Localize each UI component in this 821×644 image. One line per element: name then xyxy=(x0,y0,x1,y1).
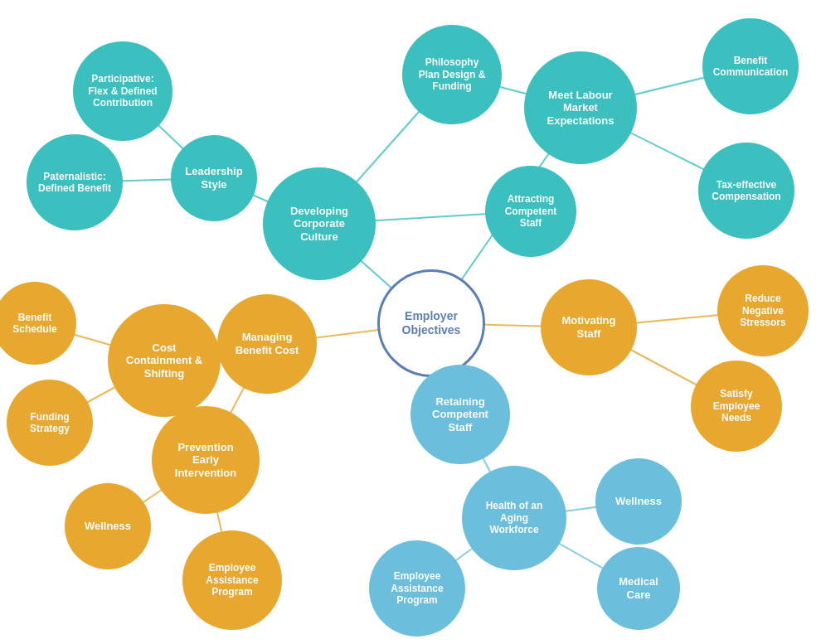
node-label-employer-objectives: Employer Objectives xyxy=(397,304,466,342)
node-employer-objectives: Employer Objectives xyxy=(377,269,485,377)
node-medical-care: Medical Care xyxy=(597,547,680,630)
node-employee-assistance-right: Employee Assistance Program xyxy=(369,540,465,637)
node-label-employee-assistance-right: Employee Assistance Program xyxy=(386,565,448,611)
mind-map-diagram: Employer ObjectivesDeveloping Corporate … xyxy=(0,0,821,644)
node-label-satisfy-employee: Satisfy Employee Needs xyxy=(708,383,765,429)
node-prevention-early: Prevention Early Intervention xyxy=(152,406,260,514)
node-wellness-left: Wellness xyxy=(65,483,151,569)
node-label-attracting-competent: Attracting Competent Staff xyxy=(500,188,562,234)
node-motivating-staff: Motivating Staff xyxy=(541,279,637,375)
node-health-aging: Health of an Aging Workforce xyxy=(462,466,566,570)
node-satisfy-employee: Satisfy Employee Needs xyxy=(691,361,782,452)
node-label-reduce-negative: Reduce Negative Stressors xyxy=(735,288,790,333)
node-label-motivating-staff: Motivating Staff xyxy=(557,309,621,345)
node-label-medical-care: Medical Care xyxy=(614,570,663,606)
node-label-benefit-schedule: Benefit Schedule xyxy=(7,307,61,341)
node-cost-containment: Cost Containment & Shifting xyxy=(108,304,221,417)
node-label-wellness-left: Wellness xyxy=(80,515,136,538)
node-meet-labour: Meet Labour Market Expectations xyxy=(524,51,637,164)
node-participative: Participative: Flex & Defined Contributi… xyxy=(73,41,172,141)
node-attracting-competent: Attracting Competent Staff xyxy=(485,166,576,257)
node-benefit-communication: Benefit Communication xyxy=(702,18,799,114)
node-reduce-negative: Reduce Negative Stressors xyxy=(717,265,809,356)
node-label-meet-labour: Meet Labour Market Expectations xyxy=(542,84,619,133)
node-leadership-style: Leadership Style xyxy=(171,135,257,221)
node-label-leadership-style: Leadership Style xyxy=(180,160,247,196)
node-funding-strategy: Funding Strategy xyxy=(7,380,93,466)
node-employee-assistance-left: Employee Assistance Program xyxy=(182,530,282,630)
node-label-funding-strategy: Funding Strategy xyxy=(25,406,75,440)
node-label-philosophy-plan: Philosophy Plan Design & Funding xyxy=(414,51,491,97)
node-label-wellness-right: Wellness xyxy=(610,490,667,513)
node-paternalistic: Paternalistic: Defined Benefit xyxy=(27,134,123,230)
node-label-cost-containment: Cost Containment & Shifting xyxy=(121,337,207,385)
node-philosophy-plan: Philosophy Plan Design & Funding xyxy=(402,25,502,124)
node-wellness-right: Wellness xyxy=(595,458,682,545)
node-retaining-competent: Retaining Competent Staff xyxy=(410,365,510,464)
node-label-tax-effective: Tax-effective Compensation xyxy=(707,174,785,208)
node-label-paternalistic: Paternalistic: Defined Benefit xyxy=(33,166,116,200)
node-label-health-aging: Health of an Aging Workforce xyxy=(481,495,548,540)
node-label-prevention-early: Prevention Early Intervention xyxy=(170,436,241,485)
node-managing-benefit-cost: Managing Benefit Cost xyxy=(217,294,317,394)
node-benefit-schedule: Benefit Schedule xyxy=(0,282,76,365)
node-label-developing-corporate-culture: Developing Corporate Culture xyxy=(285,200,353,249)
node-label-benefit-communication: Benefit Communication xyxy=(708,50,794,84)
node-label-managing-benefit-cost: Managing Benefit Cost xyxy=(231,326,304,361)
node-tax-effective: Tax-effective Compensation xyxy=(698,143,794,239)
node-label-participative: Participative: Flex & Defined Contributi… xyxy=(83,68,162,114)
node-label-employee-assistance-left: Employee Assistance Program xyxy=(201,557,263,603)
node-developing-corporate-culture: Developing Corporate Culture xyxy=(263,167,376,280)
node-label-retaining-competent: Retaining Competent Staff xyxy=(427,390,493,439)
